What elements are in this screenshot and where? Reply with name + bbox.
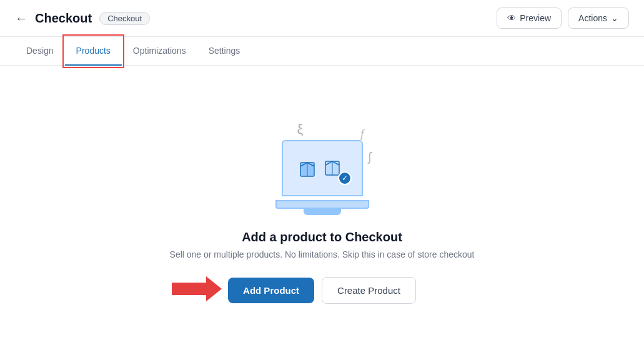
- deco-squiggle-3: ƒ: [359, 128, 365, 141]
- checkout-badge: Checkout: [99, 12, 150, 25]
- eye-icon: 👁: [507, 13, 516, 23]
- illustration: ξ ○ ▷ 〜 ƒ ʃ ✓: [260, 109, 385, 215]
- box-with-check: ✓: [323, 155, 347, 181]
- add-product-button[interactable]: Add Product: [228, 278, 314, 303]
- tab-optimizations[interactable]: Optimizations: [122, 37, 197, 66]
- header: ← Checkout Checkout 👁 Preview Actions ⌄: [0, 0, 644, 37]
- content-title: Add a product to Checkout: [242, 230, 402, 244]
- back-button[interactable]: ←: [15, 11, 27, 26]
- laptop-screen: ✓: [282, 140, 363, 196]
- create-product-button[interactable]: Create Product: [322, 277, 416, 304]
- deco-squiggle-4: ʃ: [368, 149, 372, 164]
- chevron-down-icon: ⌄: [611, 13, 618, 23]
- check-badge: ✓: [338, 171, 352, 185]
- header-right: 👁 Preview Actions ⌄: [497, 8, 629, 29]
- buttons-row: Add Product Create Product: [228, 277, 416, 304]
- main-content: ξ ○ ▷ 〜 ƒ ʃ ✓: [0, 66, 644, 346]
- laptop-foot: [304, 208, 341, 215]
- actions-button[interactable]: Actions ⌄: [568, 8, 629, 29]
- content-subtitle: Sell one or multiple products. No limita…: [170, 249, 475, 259]
- arrow-indicator: [172, 276, 222, 304]
- product-boxes: ✓: [298, 155, 347, 181]
- preview-label: Preview: [520, 13, 551, 23]
- deco-squiggle-1: ξ: [297, 121, 304, 138]
- tabs: Design Products Optimizations Settings: [0, 37, 644, 66]
- tab-design[interactable]: Design: [15, 37, 65, 66]
- actions-label: Actions: [578, 13, 607, 23]
- box-icon-1: [298, 156, 322, 180]
- tab-products[interactable]: Products: [65, 37, 122, 66]
- svg-marker-4: [172, 276, 222, 301]
- tab-settings[interactable]: Settings: [197, 37, 252, 66]
- arrow-svg: [172, 276, 222, 301]
- header-left: ← Checkout Checkout: [15, 11, 150, 26]
- preview-button[interactable]: 👁 Preview: [497, 8, 562, 29]
- page-title: Checkout: [35, 11, 92, 26]
